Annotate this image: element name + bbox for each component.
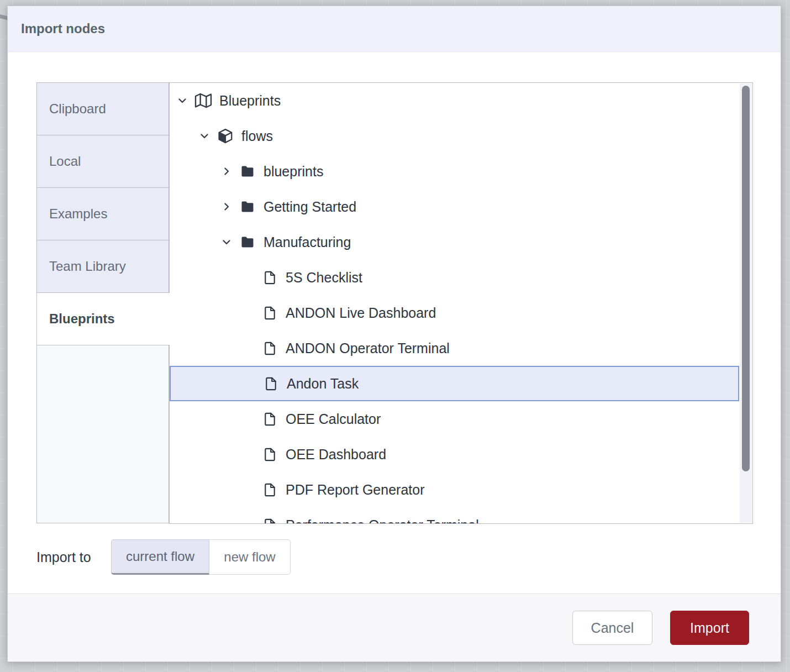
tree-item-label: 5S Checklist: [286, 270, 362, 286]
tree-row-blueprints[interactable]: blueprints: [170, 154, 739, 189]
tree-item-label: flows: [241, 128, 273, 144]
tree-row-andon-task[interactable]: Andon Task: [170, 366, 739, 401]
tree-item-label: Andon Task: [287, 376, 359, 392]
tree-item-label: OEE Dashboard: [286, 447, 386, 463]
sidebar-item-team-library[interactable]: Team Library: [36, 240, 169, 293]
tree-row-pdf-report-generator[interactable]: PDF Report Generator: [170, 472, 739, 507]
tree-item-label: ANDON Live Dashboard: [286, 305, 436, 321]
tree-item-label: Manufacturing: [264, 234, 351, 250]
chevron-spacer: [241, 270, 256, 285]
sidebar-item-label: Examples: [49, 206, 107, 222]
folder-icon: [238, 233, 257, 251]
tree-row-getting-started[interactable]: Getting Started: [170, 189, 739, 224]
tree-row-blueprints[interactable]: Blueprints: [170, 83, 739, 118]
sidebar-item-clipboard[interactable]: Clipboard: [36, 82, 169, 135]
package-icon: [216, 127, 235, 145]
toggle-current-flow[interactable]: current flow: [111, 539, 209, 575]
chevron-spacer: [241, 412, 256, 426]
tree-item-label: OEE Calculator: [286, 411, 381, 427]
folder-icon: [238, 198, 257, 216]
import-button[interactable]: Import: [670, 611, 749, 645]
dialog-title: Import nodes: [21, 21, 105, 36]
scrollbar-thumb[interactable]: [742, 86, 750, 471]
sidebar-item-label: Team Library: [49, 259, 126, 274]
tree-item-label: Blueprints: [219, 93, 281, 109]
tree-row-5s-checklist[interactable]: 5S Checklist: [170, 260, 739, 295]
tree-item-label: Performance Operator Terminal: [286, 517, 479, 524]
sidebar-item-blueprints[interactable]: Blueprints: [36, 292, 170, 345]
file-icon: [260, 339, 279, 357]
tree-row-oee-calculator[interactable]: OEE Calculator: [170, 401, 739, 437]
tree-item-label: PDF Report Generator: [286, 482, 425, 498]
tree-row-performance-operator-terminal[interactable]: Performance Operator Terminal: [170, 507, 739, 524]
toggle-label: new flow: [224, 549, 275, 565]
chevron-spacer: [241, 447, 256, 461]
sidebar-item-local[interactable]: Local: [36, 135, 169, 188]
tree-row-manufacturing[interactable]: Manufacturing: [170, 224, 739, 260]
chevron-down-icon[interactable]: [219, 235, 234, 249]
sidebar-filler: [36, 345, 169, 523]
chevron-spacer: [241, 518, 256, 524]
chevron-down-icon[interactable]: [175, 93, 189, 108]
sidebar-item-label: Local: [49, 154, 81, 169]
library-tree-panel: BlueprintsflowsblueprintsGetting Started…: [169, 82, 753, 524]
map-icon: [194, 92, 213, 109]
library-type-tabs: ClipboardLocalExamplesTeam LibraryBluepr…: [36, 82, 169, 523]
chevron-spacer: [241, 341, 256, 355]
chevron-spacer: [241, 482, 256, 497]
sidebar-item-label: Blueprints: [49, 311, 115, 327]
toggle-label: current flow: [126, 549, 194, 564]
toggle-new-flow[interactable]: new flow: [209, 539, 291, 575]
chevron-right-icon[interactable]: [219, 164, 234, 179]
file-icon: [260, 481, 279, 498]
chevron-spacer: [241, 306, 256, 320]
import-nodes-dialog: Import nodes ClipboardLocalExamplesTeam …: [7, 6, 781, 662]
tree-row-andon-live-dashboard[interactable]: ANDON Live Dashboard: [170, 295, 739, 330]
file-icon: [260, 410, 279, 428]
tree-item-label: blueprints: [264, 164, 323, 180]
import-to-label: Import to: [36, 549, 91, 565]
file-icon: [260, 445, 279, 463]
file-icon: [261, 375, 280, 392]
sidebar-item-examples[interactable]: Examples: [36, 187, 169, 240]
chevron-spacer: [243, 376, 257, 391]
file-icon: [260, 516, 279, 524]
sidebar-item-label: Clipboard: [49, 101, 106, 117]
cancel-button[interactable]: Cancel: [572, 611, 652, 645]
tree-item-label: ANDON Operator Terminal: [286, 340, 450, 356]
tree-rows: BlueprintsflowsblueprintsGetting Started…: [170, 83, 752, 524]
tree-row-oee-dashboard[interactable]: OEE Dashboard: [170, 437, 739, 472]
folder-icon: [238, 162, 257, 180]
tree-item-label: Getting Started: [264, 199, 356, 215]
chevron-down-icon[interactable]: [197, 129, 212, 143]
scrollbar-track[interactable]: [740, 83, 752, 523]
import-to-toggle-group: current flownew flow: [111, 539, 291, 575]
tree-row-andon-operator-terminal[interactable]: ANDON Operator Terminal: [170, 330, 739, 366]
chevron-right-icon[interactable]: [219, 200, 234, 214]
dialog-header: Import nodes: [8, 6, 781, 52]
dialog-footer: Cancel Import: [8, 594, 781, 662]
tree-row-flows[interactable]: flows: [170, 118, 739, 154]
file-icon: [260, 304, 279, 322]
file-icon: [260, 269, 279, 286]
